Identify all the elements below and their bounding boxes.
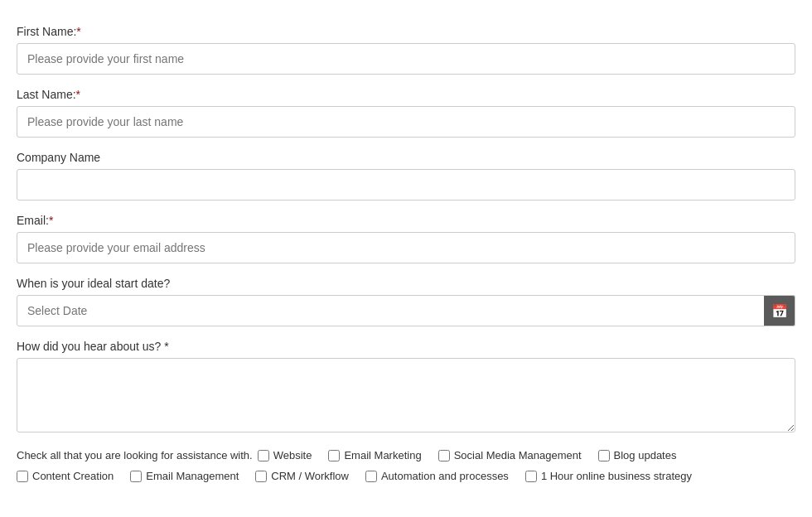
first-name-input[interactable] (17, 43, 795, 75)
company-name-input[interactable] (17, 169, 795, 201)
checkbox-item-email-marketing[interactable]: Email Marketing (328, 449, 421, 461)
last-name-input[interactable] (17, 106, 795, 138)
checkbox-item-email-mgmt[interactable]: Email Management (130, 470, 239, 482)
calendar-icon[interactable]: 📅 (764, 295, 795, 326)
email-label: Email:* (17, 214, 795, 227)
checkbox-item-automation[interactable]: Automation and processes (365, 470, 509, 482)
checkbox-website[interactable] (258, 450, 269, 461)
date-wrapper: 📅 (17, 295, 795, 326)
checkbox-automation[interactable] (365, 471, 377, 482)
first-name-label: First Name:* (17, 25, 795, 38)
checkbox-item-crm[interactable]: CRM / Workflow (255, 470, 349, 482)
last-name-group: Last Name:* (17, 88, 795, 138)
hear-about-label: How did you hear about us? * (17, 340, 795, 353)
company-name-group: Company Name (17, 151, 795, 201)
checkbox-item-social-media[interactable]: Social Media Management (438, 449, 582, 461)
company-name-label: Company Name (17, 151, 795, 164)
checkbox-item-blog[interactable]: Blog updates (598, 449, 677, 461)
start-date-group: When is your ideal start date? 📅 (17, 277, 795, 326)
checkbox-blog[interactable] (598, 450, 610, 461)
checkbox-email-marketing[interactable] (328, 450, 340, 461)
checkbox-email-mgmt[interactable] (130, 471, 142, 482)
checkbox-content[interactable] (17, 471, 28, 482)
email-group: Email:* (17, 214, 795, 263)
checkbox-hour[interactable] (525, 471, 537, 482)
checkbox-crm[interactable] (255, 471, 267, 482)
checkbox-social-media[interactable] (438, 450, 450, 461)
start-date-input[interactable] (17, 295, 795, 326)
start-date-label: When is your ideal start date? (17, 277, 795, 290)
last-name-label: Last Name:* (17, 88, 795, 101)
first-name-group: First Name:* (17, 25, 795, 75)
email-input[interactable] (17, 232, 795, 263)
hear-about-textarea[interactable] (17, 358, 795, 432)
checkbox-item-hour[interactable]: 1 Hour online business strategy (525, 470, 692, 482)
hear-about-group: How did you hear about us? * (17, 340, 795, 436)
checkbox-item-content[interactable]: Content Creation (17, 470, 114, 482)
form-container: First Name:* Last Name:* Company Name Em… (17, 25, 795, 482)
checkboxes-row-2: Content Creation Email Management CRM / … (17, 470, 795, 482)
checkbox-item-website[interactable]: Website (258, 449, 312, 461)
checkbox-group-label: Check all that you are looking for assis… (17, 449, 253, 461)
checkboxes-row-1: Check all that you are looking for assis… (17, 449, 795, 461)
